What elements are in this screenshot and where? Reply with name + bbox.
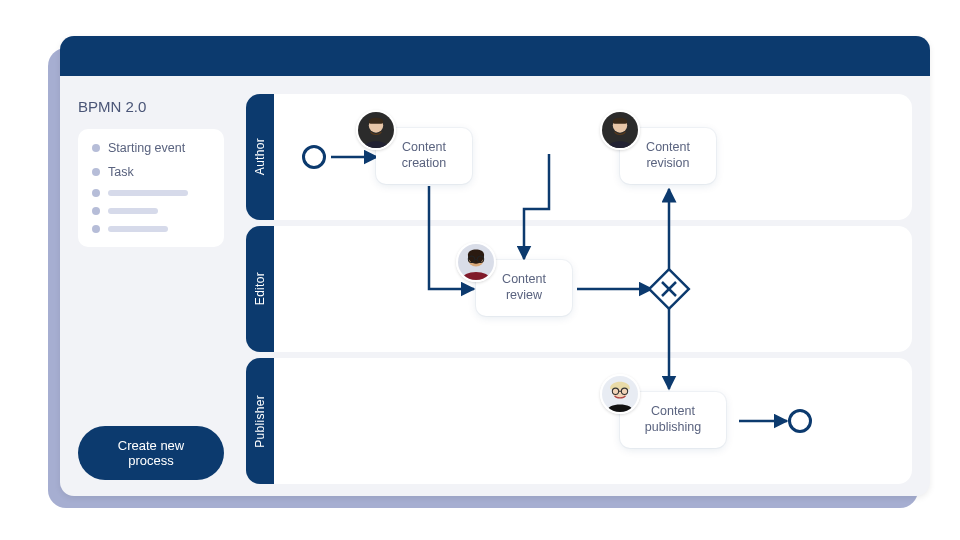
- bullet-icon: [92, 189, 100, 197]
- bullet-icon: [92, 168, 100, 176]
- avatar-author: [356, 110, 396, 150]
- legend-placeholder-line: [108, 226, 168, 232]
- bullet-icon: [92, 144, 100, 152]
- lane-label: Publisher: [253, 395, 267, 448]
- legend-item-placeholder: [92, 189, 210, 197]
- task-label: Content: [651, 404, 695, 418]
- task-label: publishing: [645, 420, 701, 434]
- legend-item-placeholder: [92, 207, 210, 215]
- legend-placeholder-line: [108, 190, 188, 196]
- bullet-icon: [92, 225, 100, 233]
- end-event[interactable]: [788, 409, 812, 433]
- lane-editor[interactable]: Editor: [246, 226, 912, 352]
- legend-card: Starting event Task: [78, 129, 224, 247]
- app-window: BPMN 2.0 Starting event Task: [60, 36, 930, 496]
- lane-author[interactable]: Author: [246, 94, 912, 220]
- avatar-author: [600, 110, 640, 150]
- legend-label: Starting event: [108, 141, 185, 155]
- task-label: Content: [402, 140, 446, 154]
- sidebar: BPMN 2.0 Starting event Task: [60, 76, 240, 496]
- task-label: revision: [646, 156, 689, 170]
- task-label: creation: [402, 156, 446, 170]
- lane-label: Author: [253, 138, 267, 175]
- start-event[interactable]: [302, 145, 326, 169]
- lane-tab-publisher: Publisher: [246, 358, 274, 484]
- title-bar: [60, 36, 930, 76]
- legend-item-placeholder: [92, 225, 210, 233]
- task-label: Content: [502, 272, 546, 286]
- lane-tab-author: Author: [246, 94, 274, 220]
- sidebar-title: BPMN 2.0: [78, 98, 224, 115]
- bullet-icon: [92, 207, 100, 215]
- legend-item-starting-event: Starting event: [92, 141, 210, 155]
- lane-label: Editor: [253, 272, 267, 305]
- lane-tab-editor: Editor: [246, 226, 274, 352]
- legend-placeholder-line: [108, 208, 158, 214]
- content-area: BPMN 2.0 Starting event Task: [60, 76, 930, 496]
- task-label: Content: [646, 140, 690, 154]
- avatar-publisher: [600, 374, 640, 414]
- task-label: review: [506, 288, 542, 302]
- avatar-editor: [456, 242, 496, 282]
- lane-publisher[interactable]: Publisher: [246, 358, 912, 484]
- process-canvas[interactable]: Author Editor Publisher: [240, 76, 930, 496]
- legend-item-task: Task: [92, 165, 210, 179]
- legend-label: Task: [108, 165, 134, 179]
- create-process-button[interactable]: Create new process: [78, 426, 224, 480]
